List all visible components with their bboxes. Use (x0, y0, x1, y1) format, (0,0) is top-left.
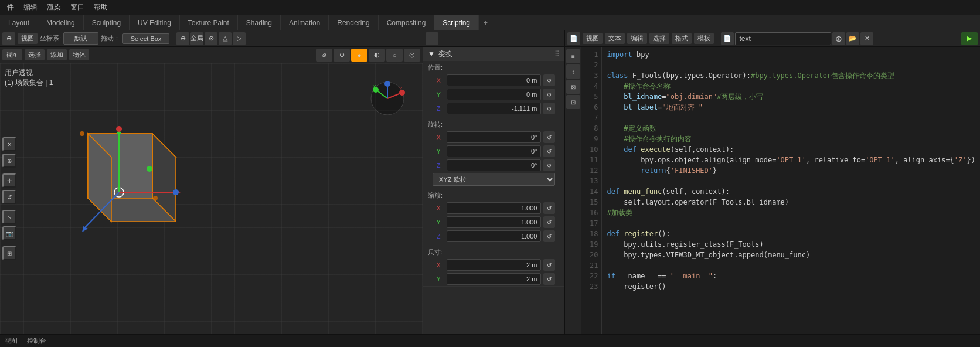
mat-btn[interactable]: ◐ (369, 49, 385, 62)
script-edit-btn[interactable]: 编辑 (627, 33, 647, 44)
dim-y-input[interactable] (447, 273, 541, 285)
dim-y-reset[interactable]: ↺ (543, 273, 555, 285)
scale-z-input[interactable] (447, 230, 541, 242)
select-tool-btn[interactable]: ✕ (2, 137, 16, 151)
rot-x-reset[interactable]: ↺ (543, 131, 555, 143)
script-run-btn[interactable]: ▶ (961, 32, 978, 45)
snap-icon[interactable]: ⊗ (205, 32, 217, 45)
camera-tool-btn[interactable]: 📷 (2, 226, 16, 240)
scale-x-reset[interactable]: ↺ (543, 202, 555, 214)
xray-btn[interactable]: ⊕ (334, 49, 350, 62)
transform-section-header[interactable]: ▼ 变换 ⠿ (423, 47, 564, 61)
rot-y-input[interactable] (447, 145, 541, 157)
tab-compositing[interactable]: Compositing (379, 15, 435, 30)
code-line-7 (607, 113, 975, 123)
coord-dropdown[interactable]: 默认 (63, 32, 98, 45)
script-mode-icon[interactable]: 📄 (567, 32, 580, 45)
script-select-btn[interactable]: 选择 (649, 33, 669, 44)
line-number-13: 13 (581, 176, 598, 186)
script-text-btn[interactable]: 文本 (605, 33, 625, 44)
global-icon[interactable]: ⊕ (176, 32, 189, 45)
tab-rendering[interactable]: Rendering (329, 15, 378, 30)
loc-y-input[interactable] (447, 89, 541, 100)
view-menu-btn[interactable]: 视图 (2, 49, 22, 60)
script-sync-btn[interactable]: ⊠ (566, 80, 580, 94)
menu-item-file[interactable]: 件 (2, 1, 19, 13)
menu-item-render[interactable]: 渲染 (42, 1, 66, 13)
viewport-mode-btn[interactable]: 视图 (18, 33, 38, 44)
rotate-tool-btn[interactable]: ↺ (2, 190, 16, 204)
tab-texture-paint[interactable]: Texture Paint (180, 15, 238, 30)
script-mode-icon2[interactable]: 📄 (721, 32, 734, 45)
code-line-13 (607, 176, 975, 186)
solid-btn[interactable]: ● (351, 49, 368, 62)
script-close-btn[interactable]: ✕ (860, 32, 873, 45)
loc-z-reset[interactable]: ↺ (543, 103, 555, 114)
scale-y-reset[interactable]: ↺ (543, 216, 555, 228)
rot-z-reset[interactable]: ↺ (543, 159, 555, 171)
loc-z-input[interactable] (447, 103, 541, 114)
tab-sculpting[interactable]: Sculpting (84, 15, 130, 30)
cursor-tool-btn[interactable]: ⊕ (2, 154, 16, 168)
script-indent-btn[interactable]: ⊡ (566, 95, 580, 109)
script-open-btn[interactable]: 📂 (846, 32, 859, 45)
svg-point-16 (173, 189, 179, 195)
dim-x-reset[interactable]: ↺ (543, 259, 555, 271)
loc-y-reset[interactable]: ↺ (543, 89, 555, 100)
bottom-view-btn[interactable]: 视图 (5, 336, 18, 345)
rot-x-input[interactable] (447, 131, 541, 143)
rot-z-input[interactable] (447, 159, 541, 171)
menu-item-edit[interactable]: 编辑 (19, 1, 42, 13)
tab-modeling[interactable]: Modeling (38, 15, 84, 30)
tab-uv-editing[interactable]: UV Editing (130, 15, 180, 30)
dim-x-input[interactable] (447, 259, 541, 271)
code-line-22: if __name__ == "__main__": (607, 271, 975, 281)
tab-scripting[interactable]: Scripting (434, 15, 479, 30)
move-tool-btn[interactable]: ✛ (2, 174, 16, 188)
script-wrap-btn[interactable]: ↕ (566, 64, 580, 79)
render2-btn[interactable]: ◎ (404, 49, 420, 62)
prop-icon[interactable]: △ (219, 32, 232, 45)
add-menu-btn[interactable]: 添加 (47, 49, 67, 60)
svg-point-17 (80, 131, 84, 136)
select-menu-btn[interactable]: 选择 (25, 49, 45, 60)
drag-dropdown[interactable]: Select Box (122, 33, 169, 44)
mode-icon[interactable]: ▷ (233, 32, 246, 45)
code-content[interactable]: import bpy class F_Tools(bpy.types.Opera… (602, 47, 980, 334)
script-view-btn[interactable]: 视图 (583, 33, 603, 44)
tab-layout[interactable]: Layout (0, 15, 38, 30)
object-menu-btn[interactable]: 物体 (69, 49, 89, 60)
viewport-mode-icon[interactable]: ⊕ (2, 32, 15, 45)
rot-y-reset[interactable]: ↺ (543, 145, 555, 157)
scale-tool-btn[interactable]: ⤡ (2, 210, 16, 224)
scale-x-input[interactable] (447, 202, 541, 214)
script-new-btn[interactable]: ⊕ (832, 32, 845, 45)
loc-x-reset[interactable]: ↺ (543, 74, 555, 86)
tab-animation[interactable]: Animation (281, 15, 329, 30)
tab-shading[interactable]: Shading (238, 15, 281, 30)
script-fold-btn[interactable]: ≡ (566, 49, 580, 63)
script-file-input[interactable] (735, 32, 831, 45)
line-number-11: 11 (581, 155, 598, 165)
scale-z-reset[interactable]: ↺ (543, 230, 555, 242)
full-icon[interactable]: 全局 (190, 32, 203, 45)
rotation-mode-select[interactable]: XYZ 欧拉 (433, 173, 555, 186)
bottom-console-btn[interactable]: 控制台 (27, 336, 46, 345)
code-line-17 (607, 218, 975, 229)
line-number-9: 9 (581, 134, 598, 144)
scale-y-input[interactable] (447, 216, 541, 228)
viewport-canvas[interactable]: 用户透视 (1) 场景集合 | 1 (0, 63, 423, 334)
menu-item-window[interactable]: 窗口 (66, 1, 89, 13)
loc-y-label: Y (433, 91, 444, 98)
prop-toolbar-icon[interactable]: ≡ (426, 32, 438, 45)
grid-tool-btn[interactable]: ⊞ (2, 246, 16, 260)
loc-x-input[interactable] (447, 74, 541, 86)
loc-z-label: Z (433, 105, 444, 112)
tab-add-button[interactable]: + (479, 16, 492, 29)
overlay-btn[interactable]: ⌀ (316, 49, 332, 62)
menu-item-help[interactable]: 帮助 (89, 1, 113, 13)
script-template-btn[interactable]: 模板 (694, 33, 714, 44)
line-number-12: 12 (581, 165, 598, 176)
script-format-btn[interactable]: 格式 (672, 33, 692, 44)
render-btn[interactable]: ○ (386, 49, 403, 62)
